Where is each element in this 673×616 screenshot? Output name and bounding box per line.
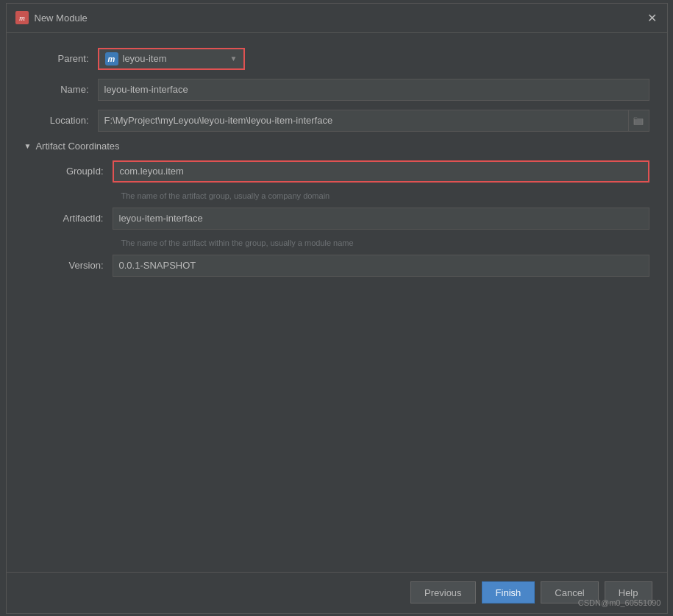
- artifact-section-title: Artifact Coordinates: [35, 141, 119, 152]
- watermark: CSDN@m0_60551090: [578, 598, 661, 607]
- parent-module-icon: m: [105, 52, 118, 66]
- groupid-highlighted-wrap: [113, 160, 649, 183]
- version-input[interactable]: [113, 255, 649, 277]
- name-row: Name:: [24, 79, 649, 101]
- section-collapse-icon: ▼: [24, 142, 32, 150]
- location-label: Location:: [24, 115, 98, 126]
- version-field-wrap: [113, 255, 649, 277]
- parent-value: leyou-item: [123, 53, 226, 64]
- version-row: Version:: [39, 255, 649, 277]
- artifactid-input[interactable]: [113, 208, 649, 230]
- name-field-wrap: [98, 79, 649, 101]
- dialog-title: New Module: [35, 13, 647, 24]
- new-module-dialog: m New Module ✕ Parent: m leyou-item ▼ Na…: [6, 3, 668, 614]
- title-bar: m New Module ✕: [7, 4, 667, 33]
- parent-row: Parent: m leyou-item ▼: [24, 48, 649, 70]
- groupid-hint: The name of the artifact group, usually …: [113, 191, 649, 200]
- previous-button[interactable]: Previous: [410, 581, 476, 603]
- parent-label: Parent:: [24, 53, 98, 64]
- close-button[interactable]: ✕: [647, 12, 658, 24]
- artifactid-hint: The name of the artifact within the grou…: [113, 238, 649, 247]
- dropdown-arrow-icon: ▼: [230, 54, 238, 63]
- svg-text:m: m: [19, 13, 25, 22]
- location-input[interactable]: [98, 110, 629, 132]
- dialog-footer: Previous Finish Cancel Help: [7, 572, 667, 613]
- parent-dropdown[interactable]: m leyou-item ▼: [98, 48, 245, 70]
- groupid-label: GroupId:: [39, 166, 113, 177]
- groupid-field-wrap: [113, 160, 649, 183]
- browse-folder-button[interactable]: [629, 110, 649, 132]
- location-field-wrap: [98, 110, 649, 132]
- version-label: Version:: [39, 260, 113, 271]
- name-input[interactable]: [98, 79, 649, 101]
- groupid-input[interactable]: [120, 166, 642, 177]
- artifactid-field-wrap: [113, 208, 649, 230]
- finish-button[interactable]: Finish: [482, 581, 535, 603]
- dialog-icon: m: [15, 11, 29, 24]
- dialog-content: Parent: m leyou-item ▼ Name: Location:: [7, 33, 667, 572]
- groupid-row: GroupId:: [39, 160, 649, 183]
- location-row: Location:: [24, 110, 649, 132]
- name-label: Name:: [24, 84, 98, 95]
- artifactid-label: ArtifactId:: [39, 213, 113, 224]
- artifact-section-content: GroupId: The name of the artifact group,…: [24, 160, 649, 277]
- artifact-section-header[interactable]: ▼ Artifact Coordinates: [24, 141, 649, 152]
- artifactid-row: ArtifactId:: [39, 208, 649, 230]
